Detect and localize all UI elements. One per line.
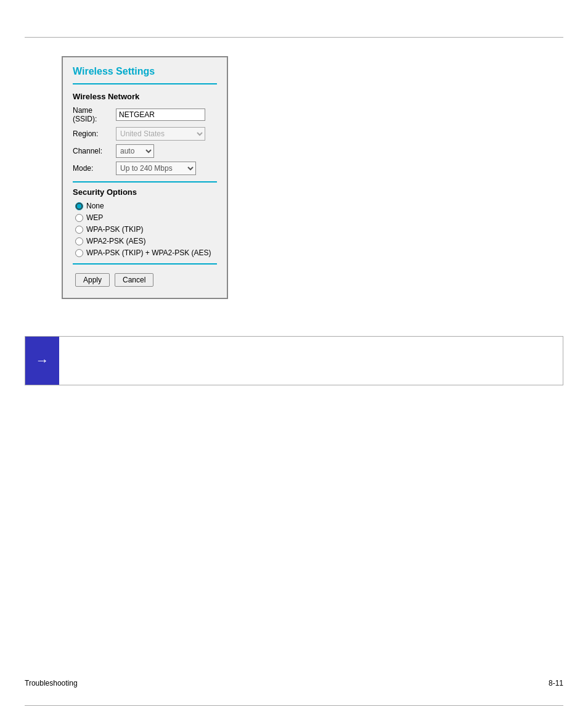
security-option-wpa-psk-tkip: WPA-PSK (TKIP) xyxy=(75,225,217,234)
security-radio-wep[interactable] xyxy=(75,214,83,222)
name-label: Name(SSID): xyxy=(73,106,116,123)
footer-right: 8-11 xyxy=(549,679,563,688)
security-divider xyxy=(73,181,217,183)
footer-left: Troubleshooting xyxy=(25,679,78,688)
security-label-wpa2-aes: WPA2-PSK (AES) xyxy=(86,237,145,245)
security-radio-wpa-tkip[interactable] xyxy=(75,226,83,234)
note-icon-cell: → xyxy=(25,337,59,385)
note-arrow-icon: → xyxy=(36,353,49,369)
channel-row: Channel: auto 1 2 3 4 5 6 7 8 9 10 11 xyxy=(73,144,217,158)
mode-row: Mode: Up to 54 Mbps Up to 130 Mbps Up to… xyxy=(73,162,217,175)
security-options-group: None WEP WPA-PSK (TKIP) WPA2-PSK (AES) W… xyxy=(75,202,217,257)
channel-label: Channel: xyxy=(73,147,116,155)
mode-select[interactable]: Up to 54 Mbps Up to 130 Mbps Up to 240 M… xyxy=(116,162,196,175)
wireless-settings-panel: Wireless Settings Wireless Network Name(… xyxy=(62,56,228,299)
content-area: Wireless Settings Wireless Network Name(… xyxy=(0,38,588,311)
name-row: Name(SSID): xyxy=(73,106,217,123)
panel-title: Wireless Settings xyxy=(73,66,217,77)
network-section-header: Wireless Network xyxy=(73,92,217,101)
security-radio-wpa-wpa2[interactable] xyxy=(75,249,83,257)
security-label-none: None xyxy=(86,202,104,210)
note-box: → xyxy=(25,336,563,385)
apply-button[interactable]: Apply xyxy=(75,273,110,287)
security-option-none: None xyxy=(75,202,217,210)
security-label-wpa-tkip: WPA-PSK (TKIP) xyxy=(86,225,143,234)
security-option-wpa2-psk-aes: WPA2-PSK (AES) xyxy=(75,237,217,245)
cancel-button[interactable]: Cancel xyxy=(115,273,153,287)
channel-select[interactable]: auto 1 2 3 4 5 6 7 8 9 10 11 xyxy=(116,144,154,158)
security-option-wep: WEP xyxy=(75,213,217,222)
panel-title-divider xyxy=(73,83,217,84)
security-section-header: Security Options xyxy=(73,187,217,197)
security-label-wep: WEP xyxy=(86,213,103,222)
buttons-divider xyxy=(73,263,217,265)
security-radio-none[interactable] xyxy=(75,202,83,210)
region-select[interactable]: United States xyxy=(116,127,205,141)
security-label-wpa-wpa2: WPA-PSK (TKIP) + WPA2-PSK (AES) xyxy=(86,248,211,257)
footer: Troubleshooting 8-11 xyxy=(25,679,563,688)
mode-label: Mode: xyxy=(73,164,116,173)
security-radio-wpa2-aes[interactable] xyxy=(75,237,83,245)
region-label: Region: xyxy=(73,129,116,138)
security-option-wpa-wpa2: WPA-PSK (TKIP) + WPA2-PSK (AES) xyxy=(75,248,217,257)
buttons-row: Apply Cancel xyxy=(73,273,217,287)
note-text-cell xyxy=(59,337,76,385)
name-input[interactable] xyxy=(116,109,205,121)
region-row: Region: United States xyxy=(73,127,217,141)
